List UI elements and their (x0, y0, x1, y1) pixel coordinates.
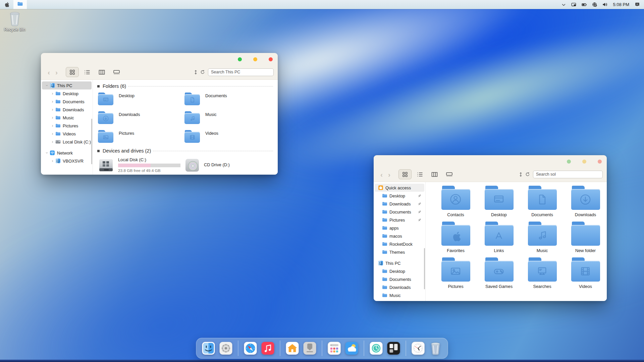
dock-music-icon[interactable] (261, 341, 275, 356)
cast-display-icon[interactable] (571, 2, 577, 7)
dock-separator-icon[interactable] (280, 341, 280, 356)
sidebar-item[interactable]: apps (375, 224, 424, 232)
dock-time-machine-icon[interactable] (369, 341, 384, 356)
sidebar-item[interactable]: Desktop (375, 267, 424, 275)
file-grid-item[interactable]: Downloads (564, 186, 607, 217)
expander-icon[interactable] (50, 159, 55, 163)
grid-view-button[interactable] (66, 67, 79, 77)
sidebar-item[interactable]: Pictures (375, 216, 424, 224)
file-grid-item[interactable]: Saved Games (477, 257, 521, 289)
volume-icon[interactable] (602, 2, 608, 7)
dock-safari-icon[interactable] (243, 341, 258, 356)
collapse-group-icon[interactable] (97, 85, 100, 87)
expander-icon[interactable] (50, 107, 55, 112)
folder-tile[interactable]: Downloads (98, 111, 184, 125)
dock-dispenser-icon[interactable] (303, 341, 317, 356)
sidebar-item[interactable]: Music (42, 114, 92, 122)
folder-tile[interactable]: Pictures (98, 130, 184, 143)
folder-tile[interactable]: Music (184, 111, 271, 125)
minimize-button[interactable] (582, 160, 586, 164)
dock-clock-icon[interactable] (411, 341, 426, 356)
search-input[interactable] (208, 68, 274, 76)
sidebar-item[interactable]: This PC (42, 81, 92, 89)
maximize-button[interactable] (238, 57, 242, 61)
sidebar-item[interactable]: RocketDock (375, 240, 424, 248)
file-grid-item[interactable]: Documents (521, 186, 564, 217)
sidebar-item[interactable]: macos (375, 232, 424, 240)
action-center-icon[interactable] (635, 2, 640, 7)
section-header-devices[interactable]: Devices and drives (2) (97, 147, 273, 155)
file-grid-item[interactable]: New folder (564, 222, 607, 253)
back-button[interactable]: ‹ (45, 69, 53, 76)
drive-tile-cd[interactable]: CD Drive (D:) (184, 157, 271, 173)
expander-icon[interactable] (45, 83, 49, 88)
sidebar-item[interactable]: Desktop (42, 89, 92, 98)
sidebar-scrollbar[interactable] (424, 248, 425, 289)
columns-view-button[interactable] (95, 67, 108, 77)
dock-system-settings-icon[interactable] (219, 341, 233, 356)
file-grid-item[interactable]: Favorites (434, 222, 477, 253)
sidebar-item[interactable]: Local Disk (C:) (42, 138, 92, 146)
window-titlebar[interactable] (41, 53, 278, 65)
active-app-indicator[interactable] (13, 0, 27, 9)
sidebar-item[interactable]: Pictures (42, 122, 92, 130)
coverflow-view-button[interactable] (443, 169, 456, 179)
recycle-bin[interactable]: Recycle Bin (2, 11, 28, 32)
dock-trash-icon[interactable] (428, 341, 443, 356)
file-grid-item[interactable]: Links (477, 222, 521, 253)
expander-icon[interactable] (50, 91, 55, 96)
grid-view-button[interactable] (398, 169, 412, 179)
file-grid-item[interactable]: Videos (564, 257, 607, 289)
dock-weather-icon[interactable] (344, 341, 359, 356)
drive-tile-local-disk[interactable]: Local Disk (C:) 23.8 GB free of 49.4 GB (98, 157, 184, 173)
sidebar-item[interactable]: Documents (375, 208, 424, 216)
expander-icon[interactable] (50, 115, 55, 120)
back-button[interactable]: ‹ (378, 171, 385, 178)
section-header-folders[interactable]: Folders (6) (97, 82, 273, 90)
expander-icon[interactable] (50, 131, 55, 136)
list-view-button[interactable] (413, 169, 426, 179)
folder-tile[interactable]: Videos (184, 130, 271, 143)
network-globe-icon[interactable] (592, 2, 597, 7)
expander-icon[interactable] (50, 123, 55, 128)
window-titlebar[interactable] (374, 155, 607, 167)
dock-separator-icon[interactable] (238, 341, 238, 356)
sidebar-item[interactable]: Downloads (42, 106, 92, 114)
file-grid-item[interactable]: Music (521, 222, 564, 253)
apple-menu-icon[interactable] (0, 0, 13, 9)
chevron-up-tray-icon[interactable] (561, 2, 566, 7)
collapse-group-icon[interactable] (97, 150, 100, 152)
dock-home-icon[interactable] (285, 341, 300, 356)
battery-icon[interactable] (581, 2, 587, 7)
sidebar-item[interactable]: Downloads (375, 200, 424, 208)
forward-button[interactable]: › (385, 171, 393, 178)
file-grid-item[interactable]: Desktop (477, 186, 521, 217)
search-input[interactable] (533, 171, 603, 178)
close-button[interactable] (269, 57, 273, 61)
dock-finder-icon[interactable] (201, 341, 216, 356)
sidebar-item[interactable]: Music (375, 291, 424, 299)
dock-separator-icon[interactable] (406, 341, 406, 356)
sidebar-scrollbar[interactable] (91, 119, 92, 164)
dock-launchpad-icon[interactable] (327, 341, 342, 356)
expander-icon[interactable] (50, 99, 55, 104)
list-view-button[interactable] (80, 67, 94, 77)
refresh-button[interactable] (200, 70, 205, 74)
sidebar-item[interactable]: Themes (375, 248, 424, 256)
sidebar-item[interactable]: Documents (42, 98, 92, 106)
sidebar-item[interactable]: Desktop (375, 192, 424, 200)
columns-view-button[interactable] (428, 169, 441, 179)
file-grid-item[interactable]: Searches (521, 257, 564, 289)
sidebar-item[interactable]: VBOXSVR (42, 157, 92, 165)
close-button[interactable] (598, 160, 602, 164)
sidebar-item[interactable]: Downloads (375, 283, 424, 291)
folder-tile[interactable]: Documents (184, 93, 271, 106)
clock-time[interactable]: 5:08 PM (613, 2, 629, 7)
expander-icon[interactable] (50, 139, 55, 144)
sidebar-item[interactable]: Network (42, 149, 92, 157)
refresh-button[interactable] (525, 172, 530, 177)
sidebar-item[interactable]: Videos (42, 130, 92, 138)
maximize-button[interactable] (567, 160, 571, 164)
sidebar-group-quick-access[interactable]: Quick access (375, 184, 424, 192)
minimize-button[interactable] (253, 57, 257, 61)
